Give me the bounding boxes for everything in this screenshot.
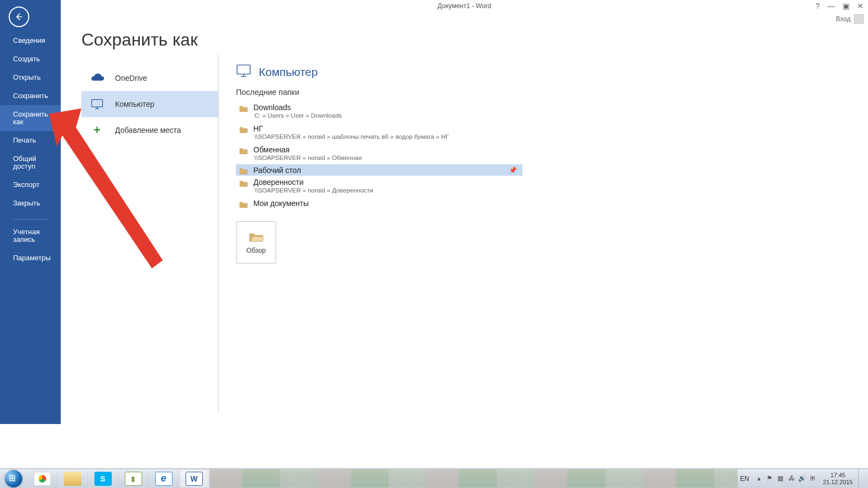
computer-icon <box>89 98 105 111</box>
nav-info[interactable]: Сведения <box>0 31 61 50</box>
svg-rect-0 <box>92 100 103 107</box>
plus-icon: + <box>89 124 105 137</box>
folder-name: Downloads <box>253 103 342 112</box>
folder-path: \\SOAPSERVER » noraid » Доверенности <box>253 187 373 194</box>
taskbar-skype[interactable] <box>88 469 118 488</box>
action-center-icon[interactable]: ⛨ <box>809 474 818 483</box>
folder-name: Рабочий стол <box>253 166 301 175</box>
recent-folder[interactable]: Доверенности \\SOAPSERVER » noraid » Дов… <box>236 176 522 197</box>
recent-header: Компьютер <box>259 66 318 79</box>
nav-open[interactable]: Открыть <box>0 68 61 87</box>
flag-icon[interactable]: ⚑ <box>765 474 774 483</box>
folder-name: Обменная <box>253 145 362 154</box>
volume-icon[interactable]: 🔊 <box>798 474 807 483</box>
taskbar-word[interactable] <box>179 469 209 488</box>
taskbar-background <box>209 469 738 488</box>
nav-save-as[interactable]: Сохранить как <box>0 105 61 131</box>
taskbar-internet-explorer[interactable] <box>149 469 179 488</box>
folder-name: Доверенности <box>253 178 373 187</box>
help-icon[interactable]: ? <box>815 2 820 10</box>
place-computer-label: Компьютер <box>115 100 154 108</box>
language-indicator[interactable]: EN <box>740 475 749 483</box>
window-title: Документ1 - Word <box>437 2 491 10</box>
taskbar: EN ▴ ⚑ ▦ 🖧 🔊 ⛨ 17:45 21.12.2015 <box>0 468 868 488</box>
recent-folder-selected[interactable]: Рабочий стол 📌 <box>236 164 522 176</box>
recent-folder[interactable]: Мои документы <box>236 197 522 211</box>
page-title: Сохранить как <box>81 30 218 50</box>
clock[interactable]: 17:45 21.12.2015 <box>823 472 853 486</box>
chevron-up-icon[interactable]: ▴ <box>755 474 763 483</box>
recent-panel: Компьютер Последние папки Downloads C: »… <box>218 54 868 413</box>
windows-icon <box>5 470 22 487</box>
folder-icon <box>239 179 248 187</box>
word-icon <box>186 472 203 486</box>
nav-print[interactable]: Печать <box>0 131 61 150</box>
computer-large-icon <box>236 64 251 80</box>
folder-name: Мои документы <box>253 199 309 208</box>
nav-export[interactable]: Экспорт <box>0 176 61 194</box>
nav-share[interactable]: Общий доступ <box>0 150 61 176</box>
title-bar: Документ1 - Word <box>61 0 868 24</box>
network-icon[interactable]: 🖧 <box>787 474 796 483</box>
nav-close[interactable]: Закрыть <box>0 194 61 213</box>
skype-icon <box>94 472 112 486</box>
clock-time: 17:45 <box>823 472 853 479</box>
folder-icon <box>239 167 248 175</box>
place-computer[interactable]: Компьютер <box>81 91 218 117</box>
recent-subhead: Последние папки <box>236 88 868 97</box>
close-icon[interactable]: ✕ <box>857 2 864 10</box>
nav-account[interactable]: Учетная запись <box>0 223 61 249</box>
nav-save[interactable]: Сохранить <box>0 87 61 105</box>
sign-in-label: Вход <box>836 15 851 23</box>
folder-icon <box>239 201 248 208</box>
folder-open-icon <box>248 230 264 242</box>
place-add-location[interactable]: + Добавление места <box>81 117 218 143</box>
folder-path: \\SOAPSERVER » noraid » Обменная <box>253 155 362 161</box>
svg-rect-3 <box>237 65 250 74</box>
start-button[interactable] <box>0 469 27 489</box>
tiles-icon[interactable]: ▦ <box>776 474 785 483</box>
folder-name: НГ <box>253 124 449 133</box>
folder-path: \\SOAPSERVER » noraid » шаблоны печать в… <box>253 133 449 140</box>
place-onedrive-label: OneDrive <box>115 74 147 82</box>
avatar-icon <box>854 14 864 24</box>
folder-icon <box>239 105 248 112</box>
clock-date: 21.12.2015 <box>823 479 853 486</box>
window-controls: ? — ▣ ✕ <box>815 2 864 10</box>
place-add-label: Добавление места <box>115 126 181 134</box>
taskbar-explorer[interactable] <box>58 469 88 488</box>
sidebar-separator <box>13 219 48 220</box>
recent-folder[interactable]: Обменная \\SOAPSERVER » noraid » Обменна… <box>236 143 522 164</box>
folder-icon <box>239 126 248 133</box>
taskbar-libreoffice[interactable] <box>118 469 149 488</box>
restore-icon[interactable]: ▣ <box>843 2 850 10</box>
file-explorer-icon <box>64 472 81 486</box>
system-tray: EN ▴ ⚑ ▦ 🖧 🔊 ⛨ 17:45 21.12.2015 <box>738 469 868 488</box>
back-button[interactable] <box>9 7 29 27</box>
libreoffice-icon <box>125 472 142 486</box>
folder-path: C: » Users » User » Downloads <box>253 112 342 119</box>
show-desktop-button[interactable] <box>858 469 864 489</box>
place-onedrive[interactable]: OneDrive <box>81 65 218 91</box>
ie-icon <box>155 472 173 486</box>
pin-icon[interactable]: 📌 <box>509 166 517 174</box>
nav-new[interactable]: Создать <box>0 50 61 68</box>
places-column: Сохранить как OneDrive Компьютер + Добав… <box>61 0 218 424</box>
recent-folder[interactable]: Downloads C: » Users » User » Downloads <box>236 101 522 122</box>
recent-folder[interactable]: НГ \\SOAPSERVER » noraid » шаблоны печат… <box>236 122 522 143</box>
backstage-sidebar: Сведения Создать Открыть Сохранить Сохра… <box>0 0 61 424</box>
arrow-left-icon <box>14 11 24 22</box>
minimize-icon[interactable]: — <box>827 2 835 10</box>
sign-in[interactable]: Вход <box>836 14 864 24</box>
browse-label: Обзор <box>246 247 266 254</box>
onedrive-icon <box>89 72 105 85</box>
folder-icon <box>239 147 248 155</box>
chrome-icon <box>34 472 51 486</box>
nav-options[interactable]: Параметры <box>0 249 61 267</box>
taskbar-chrome[interactable] <box>27 469 58 488</box>
browse-button[interactable]: Обзор <box>236 221 276 264</box>
